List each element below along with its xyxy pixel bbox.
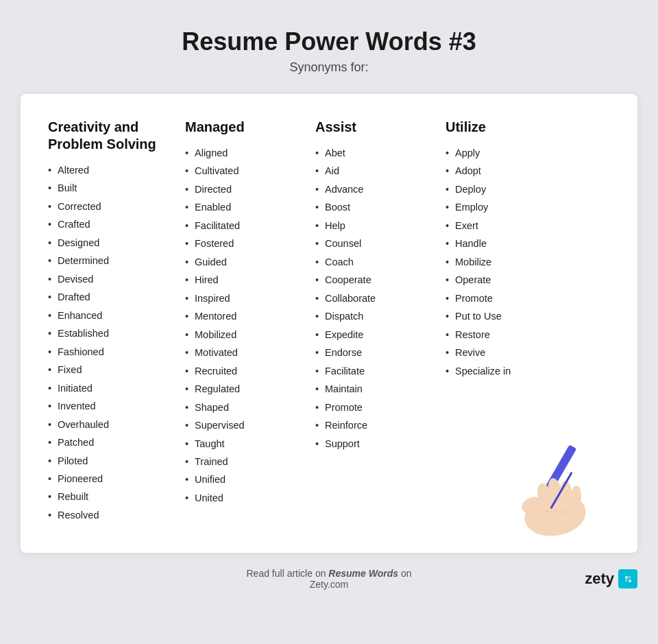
list-item: Maintain bbox=[315, 381, 446, 396]
list-item: Fixed bbox=[48, 362, 185, 377]
list-item: Aligned bbox=[185, 145, 315, 160]
column-assist: AssistAbetAidAdvanceBoostHelpCounselCoac… bbox=[315, 119, 446, 454]
list-item: Built bbox=[48, 180, 185, 195]
list-item: Promote bbox=[315, 400, 446, 415]
column-utilize: UtilizeApplyAdoptDeployEmployExertHandle… bbox=[446, 119, 583, 381]
list-item: Rebuilt bbox=[48, 489, 185, 504]
list-item: Devised bbox=[48, 272, 185, 287]
list-item: Coach bbox=[315, 254, 446, 270]
column-list-assist: AbetAidAdvanceBoostHelpCounselCoachCoope… bbox=[315, 145, 446, 451]
zety-cube-icon bbox=[618, 569, 637, 588]
column-list-utilize: ApplyAdoptDeployEmployExertHandleMobiliz… bbox=[446, 145, 583, 379]
list-item: Fostered bbox=[185, 236, 315, 251]
list-item: Invented bbox=[48, 398, 185, 414]
list-item: Exert bbox=[446, 218, 583, 233]
page-subtitle: Synonyms for: bbox=[289, 60, 368, 75]
list-item: Endorse bbox=[315, 345, 446, 360]
list-item: Regulated bbox=[185, 381, 315, 396]
list-item: Collaborate bbox=[315, 291, 446, 306]
list-item: Patched bbox=[48, 435, 185, 450]
list-item: Aid bbox=[315, 163, 446, 178]
list-item: Promote bbox=[446, 291, 583, 306]
list-item: Help bbox=[315, 218, 446, 233]
list-item: Fashioned bbox=[48, 344, 185, 359]
list-item: Revive bbox=[446, 345, 583, 360]
list-item: Mobilized bbox=[185, 327, 315, 342]
svg-rect-17 bbox=[629, 580, 631, 582]
list-item: Enabled bbox=[185, 200, 315, 215]
list-item: Reinforce bbox=[315, 418, 446, 433]
list-item: Operate bbox=[446, 272, 583, 287]
footer: Read full article on Resume Words on Zet… bbox=[21, 568, 637, 590]
list-item: Mentored bbox=[185, 309, 315, 324]
column-header-managed: Managed bbox=[185, 119, 315, 136]
list-item: Overhauled bbox=[48, 417, 185, 432]
list-item: Handle bbox=[446, 236, 583, 251]
zety-logo: zety bbox=[585, 569, 637, 588]
list-item: Motivated bbox=[185, 345, 315, 360]
list-item: Directed bbox=[185, 182, 315, 197]
list-item: Expedite bbox=[315, 327, 446, 342]
list-item: Put to Use bbox=[446, 309, 583, 324]
list-item: Restore bbox=[446, 327, 583, 342]
list-item: Enhanced bbox=[48, 308, 185, 323]
list-item: Facilitate bbox=[315, 363, 446, 379]
list-item: United bbox=[185, 490, 315, 505]
list-item: Cultivated bbox=[185, 163, 315, 178]
list-item: Facilitated bbox=[185, 218, 315, 233]
list-item: Piloted bbox=[48, 453, 185, 468]
list-item: Apply bbox=[446, 145, 583, 160]
list-item: Employ bbox=[446, 200, 583, 215]
list-item: Recruited bbox=[185, 363, 315, 379]
list-item: Dispatch bbox=[315, 309, 446, 324]
list-item: Corrected bbox=[48, 199, 185, 214]
svg-rect-16 bbox=[625, 580, 627, 582]
column-header-assist: Assist bbox=[315, 119, 446, 136]
column-managed: ManagedAlignedCultivatedDirectedEnabledF… bbox=[185, 119, 315, 508]
list-item: Drafted bbox=[48, 289, 185, 305]
zety-brand-name: zety bbox=[585, 570, 614, 588]
list-item: Deploy bbox=[446, 182, 583, 197]
list-item: Unified bbox=[185, 472, 315, 487]
list-item: Abet bbox=[315, 145, 446, 160]
list-item: Specialize in bbox=[446, 363, 583, 379]
list-item: Advance bbox=[315, 182, 446, 197]
list-item: Crafted bbox=[48, 217, 185, 232]
list-item: Boost bbox=[315, 200, 446, 215]
list-item: Counsel bbox=[315, 236, 446, 251]
list-item: Initiated bbox=[48, 381, 185, 396]
column-creativity: Creativity and Problem SolvingAlteredBui… bbox=[48, 119, 185, 525]
list-item: Mobilize bbox=[446, 254, 583, 270]
list-item: Cooperate bbox=[315, 272, 446, 287]
list-item: Supervised bbox=[185, 418, 315, 433]
list-item: Established bbox=[48, 326, 185, 341]
list-item: Shaped bbox=[185, 400, 315, 415]
list-item: Support bbox=[315, 436, 446, 451]
list-item: Adopt bbox=[446, 163, 583, 178]
column-list-creativity: AlteredBuiltCorrectedCraftedDesignedDete… bbox=[48, 163, 185, 523]
column-list-managed: AlignedCultivatedDirectedEnabledFacilita… bbox=[185, 145, 315, 505]
svg-rect-15 bbox=[629, 576, 631, 578]
column-header-utilize: Utilize bbox=[446, 119, 583, 136]
list-item: Trained bbox=[185, 454, 315, 469]
list-item: Pioneered bbox=[48, 471, 185, 486]
hand-illustration bbox=[487, 436, 624, 546]
list-item: Altered bbox=[48, 163, 185, 178]
footer-text: Read full article on Resume Words on Zet… bbox=[226, 568, 432, 590]
page-title: Resume Power Words #3 bbox=[182, 27, 476, 56]
list-item: Taught bbox=[185, 436, 315, 451]
list-item: Resolved bbox=[48, 508, 185, 523]
list-item: Hired bbox=[185, 272, 315, 287]
list-item: Inspired bbox=[185, 291, 315, 306]
footer-link-text: Resume Words bbox=[328, 568, 398, 579]
list-item: Guided bbox=[185, 254, 315, 270]
list-item: Designed bbox=[48, 235, 185, 250]
list-item: Determined bbox=[48, 253, 185, 268]
content-card: Creativity and Problem SolvingAlteredBui… bbox=[21, 94, 637, 553]
column-header-creativity: Creativity and Problem Solving bbox=[48, 119, 185, 153]
svg-rect-14 bbox=[625, 576, 628, 579]
